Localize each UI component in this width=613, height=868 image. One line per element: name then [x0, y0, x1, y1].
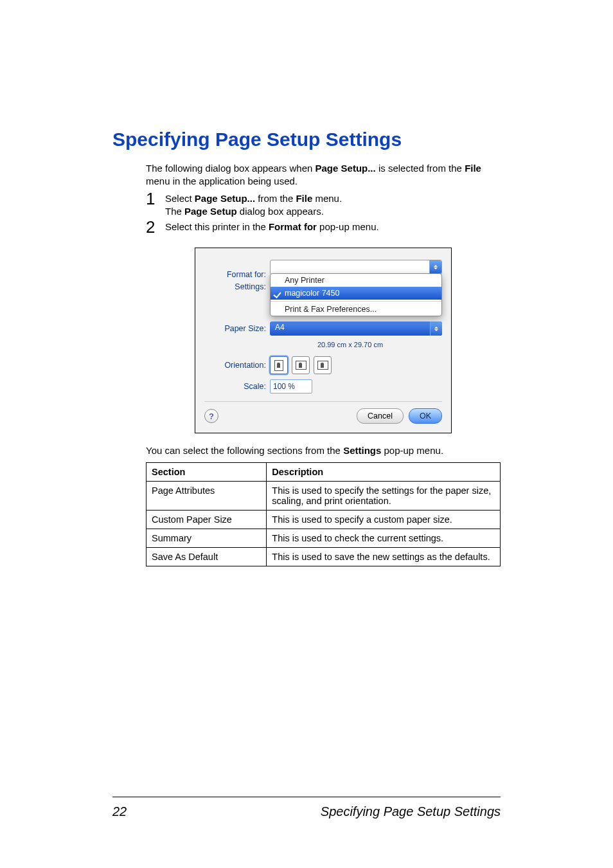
cancel-button[interactable]: Cancel: [357, 408, 404, 424]
settings-label: Settings:: [204, 282, 270, 291]
scale-label: Scale:: [204, 382, 270, 391]
paper-size-dimensions: 20.99 cm x 29.70 cm: [270, 341, 431, 348]
table-row: Custom Paper SizeThis is used to specify…: [147, 511, 501, 529]
page-number: 22: [112, 804, 127, 819]
footer-rule: [112, 797, 501, 797]
th-section: Section: [147, 463, 267, 482]
intro-paragraph: The following dialog box appears when Pa…: [146, 162, 501, 188]
step-2: 2 Select this printer in the Format for …: [146, 221, 501, 237]
format-for-popup-menu[interactable]: Any Printer magicolor 7450 Print & Fax P…: [270, 273, 442, 316]
step-number: 2: [146, 219, 163, 235]
page-setup-dialog: Settings: Page Attributes Format for: An…: [195, 248, 452, 433]
format-for-option-any-printer[interactable]: Any Printer: [271, 274, 441, 287]
format-for-option-print-fax-prefs[interactable]: Print & Fax Preferences...: [271, 303, 441, 316]
help-button[interactable]: ?: [204, 409, 218, 423]
step-1: 1 Select Page Setup... from the File men…: [146, 192, 501, 219]
table-row: Save As DefaultThis is used to save the …: [147, 548, 501, 566]
ok-button[interactable]: OK: [409, 408, 442, 424]
orientation-landscape-button[interactable]: [292, 356, 310, 374]
scale-input[interactable]: [270, 379, 312, 393]
running-footer-title: Specifying Page Setup Settings: [321, 804, 501, 819]
section-heading: Specifying Page Setup Settings: [112, 129, 501, 150]
format-for-option-magicolor-7450[interactable]: magicolor 7450: [271, 287, 441, 300]
th-description: Description: [267, 463, 501, 482]
table-row: SummaryThis is used to check the current…: [147, 529, 501, 548]
paper-size-label: Paper Size:: [204, 324, 270, 333]
paper-size-select[interactable]: A4: [270, 321, 442, 336]
orientation-label: Orientation:: [204, 361, 270, 370]
format-for-label: Format for:: [204, 270, 270, 279]
sections-table: Section Description Page AttributesThis …: [146, 462, 501, 566]
step-number: 1: [146, 190, 163, 207]
orientation-portrait-button[interactable]: [270, 356, 288, 374]
step-list: 1 Select Page Setup... from the File men…: [146, 192, 501, 238]
table-row: Page AttributesThis is used to specify t…: [147, 482, 501, 511]
orientation-landscape-reverse-button[interactable]: [314, 356, 332, 374]
chevron-updown-icon: [430, 321, 442, 336]
after-dialog-text: You can select the following sections fr…: [146, 445, 501, 456]
